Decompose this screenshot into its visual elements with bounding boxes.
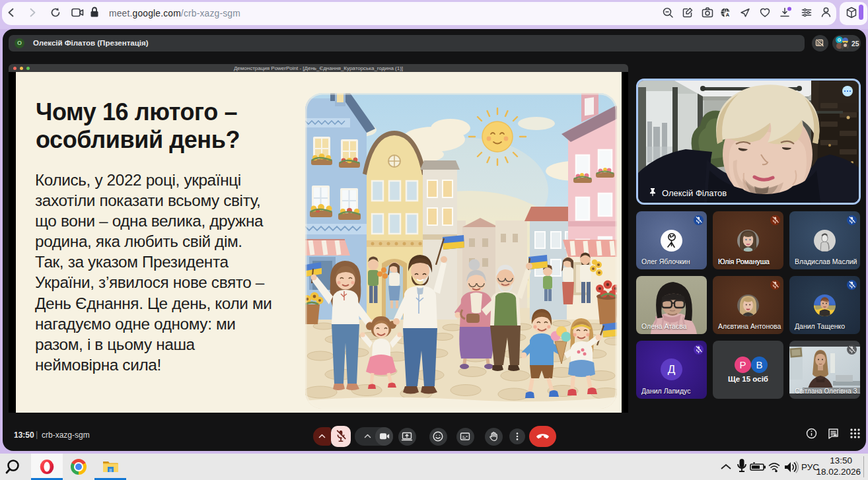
svg-text:A: A — [726, 12, 730, 18]
